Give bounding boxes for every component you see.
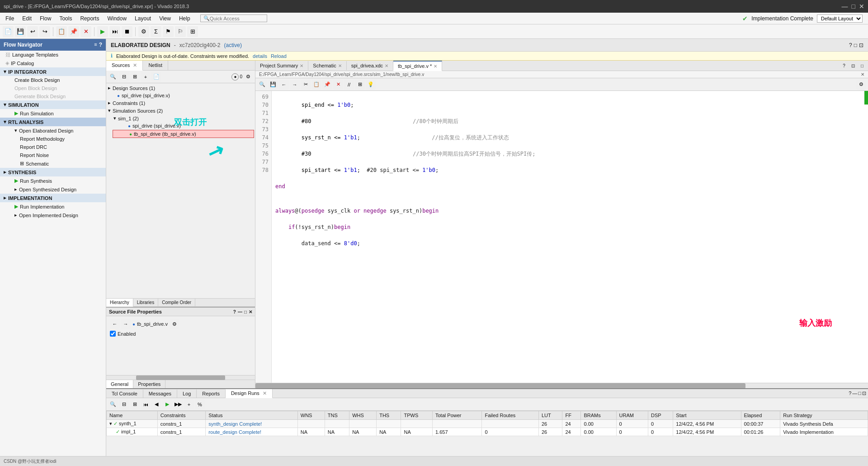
new-btn[interactable]: 📄 xyxy=(3,26,14,37)
tab-schematic[interactable]: Schematic ✕ xyxy=(308,61,346,70)
enabled-checkbox[interactable] xyxy=(110,331,116,337)
ed-paste-btn[interactable]: 📌 xyxy=(322,80,332,90)
menu-tools[interactable]: Tools xyxy=(56,14,75,23)
subtab-libraries[interactable]: Libraries xyxy=(133,299,158,306)
debug-btn[interactable]: ⚑ xyxy=(163,26,174,37)
nav-run-implementation[interactable]: ▶ Run Implementation xyxy=(0,202,106,211)
src-tb-spi-drive[interactable]: ● tb_spi_drive (tb_spi_drive.v) xyxy=(113,130,254,138)
nav-section-simulation-header[interactable]: ▾ SIMULATION xyxy=(0,100,106,109)
src-collapse-btn[interactable]: ⊟ xyxy=(119,72,129,82)
menu-window[interactable]: Window xyxy=(104,14,130,23)
tab-xdc[interactable]: spi_drivea.xdc ✕ xyxy=(347,61,393,70)
bot-expand-btn[interactable]: ⊞ xyxy=(130,399,140,409)
tab-tb-close[interactable]: ✕ xyxy=(434,64,437,69)
ed-save-btn[interactable]: 💾 xyxy=(268,80,278,90)
ed-search-btn[interactable]: 🔍 xyxy=(257,80,267,90)
src-props-float[interactable]: □ xyxy=(244,309,247,314)
ed-indent-btn[interactable]: ⊞ xyxy=(355,80,365,90)
src-props-help[interactable]: ? xyxy=(233,309,236,314)
editor-float-btn[interactable]: ⊡ xyxy=(849,62,857,70)
ed-copy-btn[interactable]: 📋 xyxy=(311,80,321,90)
tab-sources-close[interactable]: ✕ xyxy=(133,62,137,68)
tab-reports[interactable]: Reports xyxy=(197,390,226,398)
nav-section-ip-integrator-header[interactable]: ▾ IP INTEGRATOR xyxy=(0,67,106,76)
prop-tab-general[interactable]: General xyxy=(106,380,133,388)
bot-first-btn[interactable]: ⏮ xyxy=(141,399,151,409)
tab-schematic-close[interactable]: ✕ xyxy=(338,63,342,68)
flag-btn[interactable]: ⚐ xyxy=(175,26,186,37)
nav-report-drc[interactable]: Report DRC xyxy=(0,143,106,151)
props-scrollbar[interactable] xyxy=(106,375,255,380)
menu-file[interactable]: File xyxy=(2,14,18,23)
quick-access-input[interactable] xyxy=(210,16,264,21)
nav-open-elaborated[interactable]: ▾ Open Elaborated Design xyxy=(0,126,106,135)
nav-ip-catalog[interactable]: ◈ IP Catalog xyxy=(0,59,106,67)
nav-run-simulation[interactable]: ▶ Run Simulation xyxy=(0,109,106,118)
bot-float-btn[interactable]: □ xyxy=(858,390,861,396)
code-h-scrollbar[interactable] xyxy=(255,383,868,388)
minimize-btn[interactable]: — xyxy=(842,3,848,10)
elab-float-btn[interactable]: □ xyxy=(854,42,857,48)
sim-sources-header[interactable]: ▾ Simulation Sources (2) xyxy=(106,107,255,114)
nav-report-methodology[interactable]: Report Methodology xyxy=(0,135,106,143)
bot-collapse-btn[interactable]: ⊟ xyxy=(119,399,129,409)
editor-help-btn[interactable]: ? xyxy=(840,62,848,70)
subtab-hierarchy[interactable]: Hierarchy xyxy=(106,299,133,307)
menu-flow[interactable]: Flow xyxy=(36,14,55,23)
menu-help[interactable]: Help xyxy=(175,14,194,23)
src-settings-btn[interactable]: ⚙ xyxy=(243,72,253,82)
table-row[interactable]: ▾ ✓ synth_1 constrs_1 synth_design Compl… xyxy=(107,420,868,428)
src-spi-drive[interactable]: ● spi_drive (spi_drive.v) xyxy=(106,92,255,99)
tab-tcl-console[interactable]: Tcl Console xyxy=(106,390,143,398)
src-search-btn[interactable]: 🔍 xyxy=(108,72,118,82)
sim-1-header[interactable]: ▾ sim_1 (2) xyxy=(112,114,255,122)
tab-design-runs-close[interactable]: ✕ xyxy=(263,390,267,396)
nav-section-impl-header[interactable]: ▸ IMPLEMENTATION xyxy=(0,194,106,202)
nav-generate-block-design[interactable]: Generate Block Design xyxy=(0,92,106,100)
src-props-close[interactable]: ✕ xyxy=(249,309,252,314)
sigma-btn[interactable]: Σ xyxy=(151,26,161,37)
nav-section-synthesis-header[interactable]: ▸ SYNTHESIS xyxy=(0,168,106,176)
elab-max-btn[interactable]: ⊡ xyxy=(859,42,863,48)
bot-run-btn[interactable]: ▶ xyxy=(162,399,172,409)
nav-open-synthesized[interactable]: ▸ Open Synthesized Design xyxy=(0,185,106,194)
save-btn[interactable]: 💾 xyxy=(15,26,26,37)
code-content[interactable]: spi_end <= 1'b0; #80 //80个时钟周期后 sys_rst_… xyxy=(272,91,868,383)
tab-tb-spi-drive[interactable]: tb_spi_drive.v * ✕ xyxy=(393,61,442,71)
bot-help-btn[interactable]: ? xyxy=(849,390,851,396)
ed-comment-btn[interactable]: // xyxy=(344,80,354,90)
bot-min-btn[interactable]: — xyxy=(852,390,857,396)
maximize-btn[interactable]: □ xyxy=(852,3,855,10)
prev-file-btn[interactable]: ← xyxy=(110,319,120,329)
paste-btn[interactable]: 📌 xyxy=(68,26,79,37)
src-props-minus[interactable]: — xyxy=(238,309,242,314)
info-reload-link[interactable]: Reload xyxy=(271,53,287,59)
nav-section-rtl-header[interactable]: ▾ RTL ANALYSIS xyxy=(0,118,106,126)
table-row[interactable]: ✓ impl_1 constrs_1 route_design Complete… xyxy=(107,428,868,436)
tab-messages[interactable]: Messages xyxy=(143,390,177,398)
src-expand-btn[interactable]: ⊞ xyxy=(130,72,140,82)
ed-delete-btn[interactable]: ✕ xyxy=(333,80,343,90)
bot-next-btn[interactable]: ▶▶ xyxy=(173,399,183,409)
src-add-btn[interactable]: + xyxy=(141,72,151,82)
step-btn[interactable]: ⏭ xyxy=(109,26,120,37)
ed-back-btn[interactable]: ← xyxy=(279,80,289,90)
src-file-btn[interactable]: 📄 xyxy=(151,72,161,82)
redo-btn[interactable]: ↪ xyxy=(39,26,50,37)
src-spi-drive-sim[interactable]: ● spi_drive (spi_drive.v) xyxy=(112,122,255,129)
bot-max-btn[interactable]: ⊡ xyxy=(862,390,866,396)
tab-project-summary-close[interactable]: ✕ xyxy=(300,63,303,68)
nav-create-block-design[interactable]: Create Block Design xyxy=(0,76,106,84)
editor-max-btn[interactable]: □ xyxy=(858,62,866,70)
nav-schematic[interactable]: ⊞ Schematic xyxy=(0,159,106,168)
constraints-header[interactable]: ▸ Constraints (1) xyxy=(106,99,255,107)
tab-design-runs[interactable]: Design Runs ✕ xyxy=(226,389,273,398)
nav-open-implemented[interactable]: ▸ Open Implemented Design xyxy=(0,211,106,219)
board-btn[interactable]: ⊞ xyxy=(187,26,198,37)
bot-percent-btn[interactable]: % xyxy=(195,399,205,409)
next-file-btn[interactable]: → xyxy=(121,319,131,329)
elab-help-btn[interactable]: ? xyxy=(849,42,852,48)
copy-btn[interactable]: 📋 xyxy=(56,26,67,37)
menu-reports[interactable]: Reports xyxy=(76,14,103,23)
nav-open-block-design[interactable]: Open Block Design xyxy=(0,84,106,92)
